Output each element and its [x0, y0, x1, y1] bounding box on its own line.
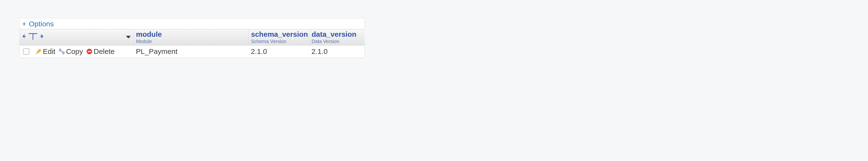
delete-button[interactable]: Delete — [86, 47, 115, 55]
svg-rect-0 — [59, 49, 61, 51]
data-table: module Module schema_version Schema Vers… — [20, 29, 365, 57]
copy-icon — [58, 48, 65, 55]
header-schema-sub: Schema Version — [251, 39, 307, 44]
copy-label: Copy — [66, 47, 83, 55]
header-module-sub: Module — [136, 39, 246, 44]
cell-schema-version: 2.1.0 — [248, 45, 309, 58]
header-action-column[interactable] — [20, 29, 133, 45]
header-data-version[interactable]: data_version Data Version — [309, 29, 365, 45]
svg-rect-4 — [88, 51, 91, 52]
table-header-row: module Module schema_version Schema Vers… — [20, 29, 365, 45]
header-module-title: module — [136, 30, 246, 38]
copy-button[interactable]: Copy — [58, 47, 83, 55]
row-actions: Edit Copy — [22, 47, 131, 55]
sort-caret-down-icon[interactable] — [126, 36, 131, 39]
options-label: Options — [29, 20, 54, 28]
header-module[interactable]: module Module — [133, 29, 248, 45]
header-data-sub: Data Version — [312, 39, 363, 44]
column-resize-icon[interactable] — [22, 32, 44, 42]
pencil-icon — [35, 48, 42, 55]
delete-icon — [86, 48, 93, 55]
row-checkbox[interactable] — [23, 48, 29, 55]
options-toggle[interactable]: + Options — [20, 18, 364, 29]
table-row: Edit Copy — [20, 45, 365, 58]
cell-module: PL_Payment — [133, 45, 248, 58]
svg-rect-1 — [63, 52, 64, 54]
header-data-title: data_version — [312, 30, 363, 38]
header-schema-title: schema_version — [251, 30, 307, 38]
results-panel: + Options — [20, 18, 365, 58]
cell-data-version: 2.1.0 — [309, 45, 365, 58]
header-schema-version[interactable]: schema_version Schema Version — [248, 29, 309, 45]
edit-label: Edit — [43, 47, 56, 55]
plus-icon: + — [22, 20, 26, 28]
delete-label: Delete — [94, 47, 115, 55]
svg-point-2 — [61, 51, 62, 52]
edit-button[interactable]: Edit — [35, 47, 56, 55]
